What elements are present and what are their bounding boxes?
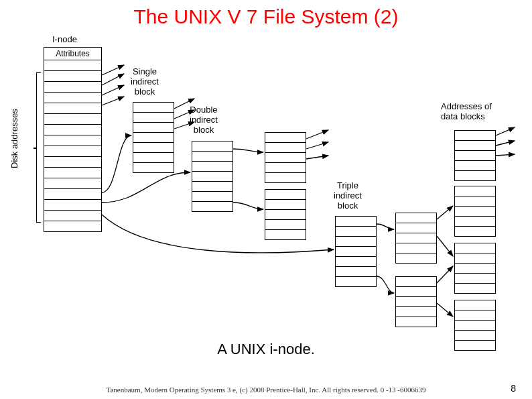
page-number: 8 xyxy=(511,383,516,394)
triple-indirect-block xyxy=(335,216,377,287)
svg-line-7 xyxy=(306,130,328,139)
svg-line-15 xyxy=(496,141,515,146)
label-inode: I-node xyxy=(52,35,77,45)
label-addresses-data-blocks: Addresses of data blocks xyxy=(441,102,492,122)
inode-diagram: I-node Single indirect block Double indi… xyxy=(0,35,532,337)
triple-stage2-b xyxy=(395,276,437,327)
svg-line-2 xyxy=(102,85,124,95)
triple-stage2-a xyxy=(395,213,437,264)
inode-block: Attributes xyxy=(44,47,102,232)
svg-line-9 xyxy=(306,156,328,159)
label-single-indirect: Single indirect block xyxy=(131,67,159,97)
svg-line-1 xyxy=(102,74,124,85)
double-stage2-b xyxy=(265,189,306,240)
attributes-row: Attributes xyxy=(44,48,101,60)
svg-line-11 xyxy=(437,236,453,256)
double-indirect-block xyxy=(192,141,233,212)
svg-line-3 xyxy=(102,97,124,105)
svg-line-14 xyxy=(496,127,515,135)
label-triple-indirect: Triple indirect block xyxy=(334,181,362,211)
svg-line-13 xyxy=(437,303,453,317)
svg-line-10 xyxy=(437,206,453,219)
data-block-2 xyxy=(454,186,496,237)
data-block-3 xyxy=(454,243,496,294)
svg-line-8 xyxy=(306,142,328,149)
label-double-indirect: Double indirect block xyxy=(190,105,218,135)
svg-line-16 xyxy=(496,154,515,156)
double-stage2-a xyxy=(265,132,306,183)
single-indirect-block xyxy=(133,102,174,173)
svg-line-0 xyxy=(102,65,124,75)
disk-addresses-brace xyxy=(36,72,41,223)
label-disk-addresses: Disk addresses xyxy=(9,95,19,182)
svg-line-12 xyxy=(437,266,453,283)
data-block-1 xyxy=(454,130,496,181)
slide-title: The UNIX V 7 File System (2) xyxy=(0,5,532,28)
slide-footer: Tanenbaum, Modern Operating Systems 3 e,… xyxy=(0,386,532,394)
slide-caption: A UNIX i-node. xyxy=(0,341,532,358)
